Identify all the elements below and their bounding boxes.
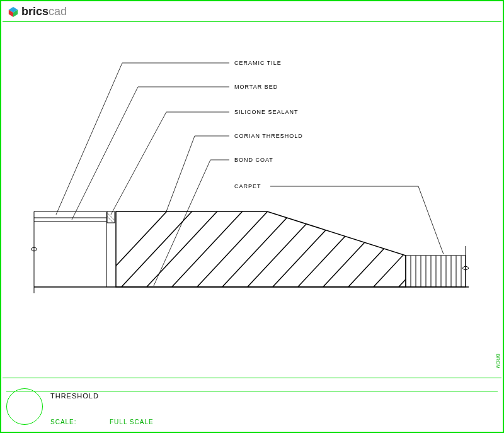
drawing-canvas[interactable]: CERAMIC TILE MORTAR BED SILICONE SEALANT… [3, 23, 503, 375]
bricscad-icon [8, 6, 19, 18]
header-divider [3, 21, 501, 22]
svg-line-9 [107, 213, 115, 220]
svg-line-16 [210, 205, 299, 300]
svg-line-21 [336, 205, 425, 300]
svg-line-17 [236, 205, 324, 300]
svg-line-18 [261, 205, 349, 300]
svg-line-14 [160, 205, 248, 300]
svg-rect-8 [107, 211, 115, 223]
svg-line-20 [311, 205, 399, 300]
side-watermark: BRCM [495, 354, 501, 369]
label-ceramic-tile: CERAMIC TILE [234, 60, 282, 66]
svg-line-19 [286, 205, 374, 300]
label-bond-coat: BOND COAT [234, 157, 273, 163]
scale-label: SCALE: [50, 419, 77, 425]
label-mortar-bed: MORTAR BED [234, 84, 278, 90]
drawing-title: THRESHOLD [50, 392, 99, 400]
app-frame: bricscad [0, 0, 504, 433]
svg-line-10 [107, 216, 113, 223]
label-carpet: CARPET [234, 183, 261, 189]
title-divider [6, 391, 498, 391]
app-logo: bricscad [8, 5, 67, 18]
svg-line-11 [84, 205, 173, 300]
logo-text-bold: brics [21, 5, 49, 18]
detail-key-circle [6, 388, 43, 425]
svg-line-13 [135, 205, 223, 300]
label-silicone-sealant: SILICONE SEALANT [234, 109, 299, 115]
svg-line-15 [185, 205, 273, 300]
logo-text-light: cad [49, 5, 67, 18]
scale-value: FULL SCALE [110, 419, 154, 425]
title-block: THRESHOLD SCALE: FULL SCALE [3, 378, 501, 430]
label-corian-threshold: CORIAN THRESHOLD [234, 133, 303, 139]
